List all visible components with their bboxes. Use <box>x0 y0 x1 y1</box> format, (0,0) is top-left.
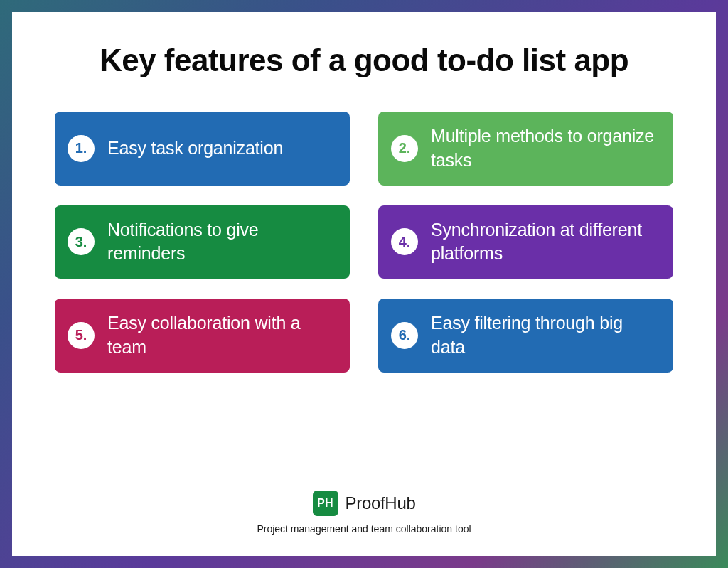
feature-label: Easy collaboration with a team <box>107 311 336 360</box>
gradient-frame: Key features of a good to-do list app 1.… <box>0 0 728 568</box>
feature-label: Easy task organization <box>107 136 283 161</box>
feature-label: Multiple methods to organize tasks <box>431 124 659 173</box>
feature-label: Synchronization at different platforms <box>431 218 659 267</box>
feature-card-6: 6. Easy filtering through big data <box>378 299 673 373</box>
proofhub-logo-icon: PH <box>313 491 338 516</box>
feature-card-5: 5. Easy collaboration with a team <box>55 299 350 373</box>
feature-number: 4. <box>391 228 418 255</box>
features-grid: 1. Easy task organization 2. Multiple me… <box>55 112 673 373</box>
feature-label: Easy filtering through big data <box>431 311 659 360</box>
content-panel: Key features of a good to-do list app 1.… <box>12 12 716 556</box>
brand-row: PH ProofHub <box>313 491 416 516</box>
brand-tagline: Project management and team collaboratio… <box>257 523 471 535</box>
footer: PH ProofHub Project management and team … <box>55 469 673 535</box>
feature-number: 2. <box>391 135 418 162</box>
feature-number: 6. <box>391 322 418 349</box>
feature-number: 3. <box>68 228 95 255</box>
feature-label: Notifications to give reminders <box>107 218 336 267</box>
page-title: Key features of a good to-do list app <box>55 41 673 80</box>
feature-card-2: 2. Multiple methods to organize tasks <box>378 112 673 186</box>
feature-card-3: 3. Notifications to give reminders <box>55 205 350 279</box>
brand-name: ProofHub <box>346 493 416 513</box>
feature-number: 1. <box>68 135 95 162</box>
feature-number: 5. <box>68 322 95 349</box>
feature-card-1: 1. Easy task organization <box>55 112 350 186</box>
feature-card-4: 4. Synchronization at different platform… <box>378 205 673 279</box>
